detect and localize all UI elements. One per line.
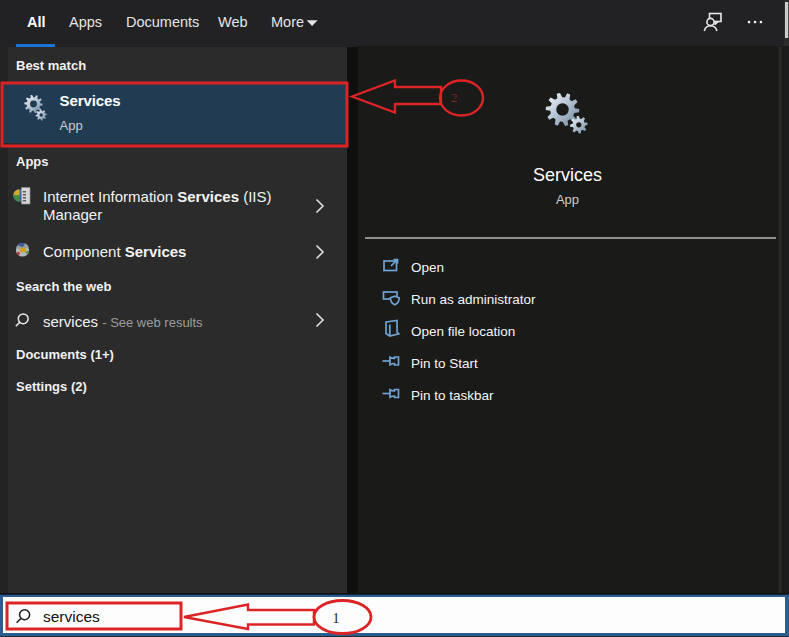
svg-text:1: 1	[333, 611, 340, 626]
svg-text:2: 2	[451, 90, 458, 105]
